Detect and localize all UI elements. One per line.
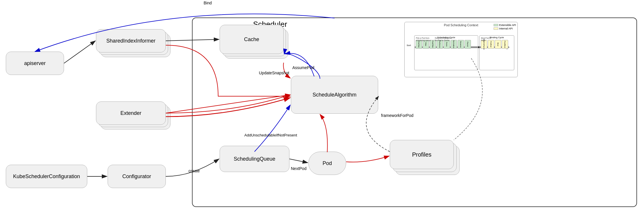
pod-scheduling-context: Pod Scheduling Context Extensible API In…	[404, 22, 518, 77]
svg-line-6	[64, 41, 95, 63]
diagram: Scheduler apiserver SharedIndexInformer …	[0, 0, 644, 214]
extender-node: Extender	[96, 101, 166, 139]
shared-index-informer-node: SharedIndexInformer	[96, 29, 166, 67]
pod-node: Pod	[308, 152, 346, 175]
assume-pod-label: AssumePod	[292, 65, 314, 70]
profiles-node: Profiles	[390, 140, 454, 181]
framework-for-pod-label: frameworkForPod	[381, 113, 413, 118]
update-snapshot-label: UpdateSnapshot	[259, 71, 289, 75]
configurator-node: Configurator	[108, 165, 166, 188]
next-pod-label: NextPod	[291, 166, 307, 171]
kube-scheduler-config-node: KubeSchedulerConfiguration	[6, 165, 87, 188]
bind-label: Bind	[204, 1, 212, 5]
apiserver-node: apiserver	[6, 52, 64, 75]
create-label: create	[188, 169, 200, 173]
schedule-algorithm-node: ScheduleAlgorithm	[291, 76, 378, 114]
scheduling-queue-node: SchedulingQueue	[220, 146, 289, 172]
add-unschedulable-label: AddUnschedulableIfNotPresent	[244, 133, 297, 137]
cache-node: Cache	[220, 25, 284, 63]
